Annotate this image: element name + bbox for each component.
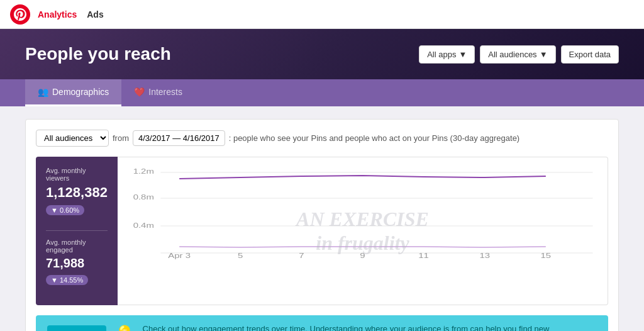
export-data-button[interactable]: Export data [561, 45, 619, 64]
filter-description: : people who see your Pins and people wh… [229, 133, 520, 143]
stats-panel: Avg. monthly viewers 1,128,382 ▼ 0.60% A… [36, 157, 118, 305]
chart-svg: 1.2m 0.8m 0.4m Apr 3 5 7 9 11 13 15 [128, 165, 597, 259]
main-content: All audiences from 4/3/2017 — 4/16/2017 … [0, 106, 644, 331]
date-range-picker[interactable]: 4/3/2017 — 4/16/2017 [133, 130, 225, 146]
monthly-engaged-badge: ▼ 14.55% [46, 275, 88, 285]
monthly-viewers-value: 1,128,382 [46, 184, 108, 201]
svg-point-0 [10, 4, 30, 25]
tab-interests[interactable]: ❤️ Interests [121, 79, 195, 106]
monthly-viewers-badge: ▼ 0.60% [46, 205, 84, 215]
stats-chart-row: Avg. monthly viewers 1,128,382 ▼ 0.60% A… [36, 157, 608, 305]
svg-text:0.8m: 0.8m [133, 194, 154, 201]
interests-icon: ❤️ [134, 87, 145, 97]
from-label: from [113, 133, 129, 143]
tip-text: Check out how engagement trends over tim… [143, 324, 597, 331]
page-title: People you reach [25, 44, 171, 64]
svg-text:5: 5 [238, 252, 243, 259]
monthly-engaged-label: Avg. monthly engaged [46, 238, 108, 254]
analytics-card: All audiences from 4/3/2017 — 4/16/2017 … [25, 119, 619, 331]
svg-text:1.2m: 1.2m [133, 168, 154, 176]
nav-analytics[interactable]: Analytics [38, 9, 77, 20]
stat-divider [46, 230, 108, 231]
hero-actions: All apps ▼ All audiences ▼ Export data [419, 45, 619, 64]
all-apps-button[interactable]: All apps ▼ [419, 45, 475, 64]
svg-text:Apr 3: Apr 3 [168, 252, 191, 259]
audience-select[interactable]: All audiences [36, 130, 109, 147]
chevron-down-icon: ▼ [458, 50, 467, 59]
tab-demographics[interactable]: 👥 Demographics [25, 79, 121, 106]
demographics-icon: 👥 [38, 87, 48, 97]
chevron-down-icon: ▼ [540, 50, 548, 59]
filter-row: All audiences from 4/3/2017 — 4/16/2017 … [36, 130, 608, 147]
nav-ads[interactable]: Ads [87, 9, 103, 20]
svg-text:13: 13 [479, 252, 490, 259]
svg-text:9: 9 [360, 252, 365, 259]
svg-text:0.4m: 0.4m [133, 222, 154, 230]
top-navigation: Analytics Ads [0, 0, 644, 29]
pinterest-logo[interactable] [10, 4, 30, 25]
tab-bar: 👥 Demographics ❤️ Interests [0, 79, 644, 106]
all-audiences-button[interactable]: All audiences ▼ [480, 45, 555, 64]
chart-area: AN EXERCISE in frugality 1.2m 0.8m 0.4m … [118, 157, 608, 305]
svg-text:11: 11 [418, 252, 429, 259]
svg-text:7: 7 [299, 252, 304, 259]
tip-icon: 💡 [115, 325, 134, 331]
hero-header: People you reach All apps ▼ All audience… [0, 29, 644, 79]
monthly-engaged-value: 71,988 [46, 256, 108, 271]
monthly-viewers-label: Avg. monthly viewers [46, 167, 108, 182]
tip-box: Here's a tip 💡 Check out how engagement … [36, 315, 608, 331]
svg-text:15: 15 [541, 252, 552, 259]
tip-label: Here's a tip [47, 325, 106, 332]
